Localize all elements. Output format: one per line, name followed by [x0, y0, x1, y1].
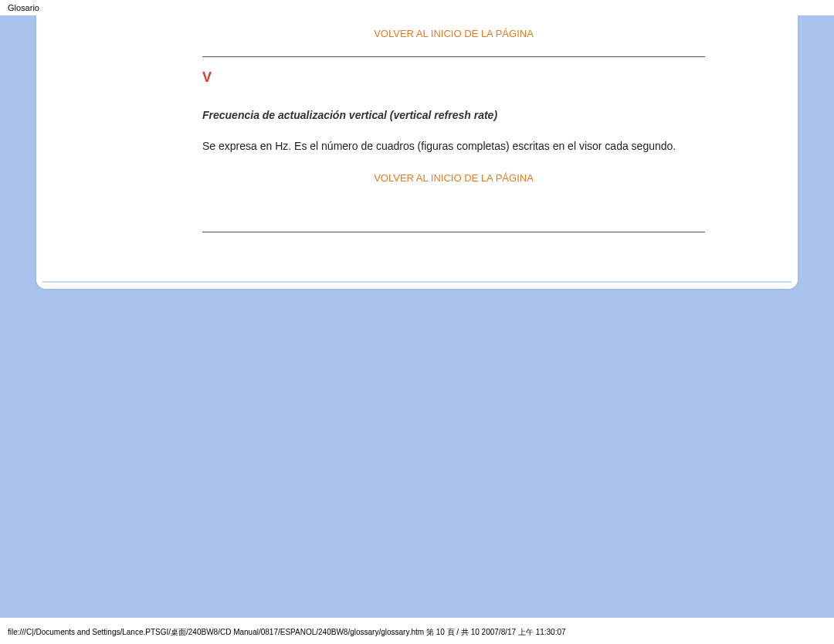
section-letter-v: V	[202, 69, 705, 86]
footer-path: file:///C|/Documents and Settings/Lance.…	[8, 627, 566, 638]
panel-bottom-separator	[42, 281, 792, 283]
divider-2	[202, 232, 705, 232]
back-to-top-link-1[interactable]: VOLVER AL INICIO DE LA PÁGINA	[202, 28, 705, 39]
content-pane: VOLVER AL INICIO DE LA PÁGINA V Frecuenc…	[202, 15, 705, 245]
term-body: Se expresa en Hz. Es el número de cuadro…	[202, 140, 705, 152]
background-area: VOLVER AL INICIO DE LA PÁGINA V Frecuenc…	[0, 15, 834, 618]
page-header-title: Glosario	[8, 3, 39, 12]
back-to-top-link-2[interactable]: VOLVER AL INICIO DE LA PÁGINA	[202, 172, 705, 184]
content-panel: VOLVER AL INICIO DE LA PÁGINA V Frecuenc…	[35, 15, 799, 290]
divider-1	[202, 56, 705, 57]
term-title: Frecuencia de actualización vertical (ve…	[202, 109, 705, 121]
